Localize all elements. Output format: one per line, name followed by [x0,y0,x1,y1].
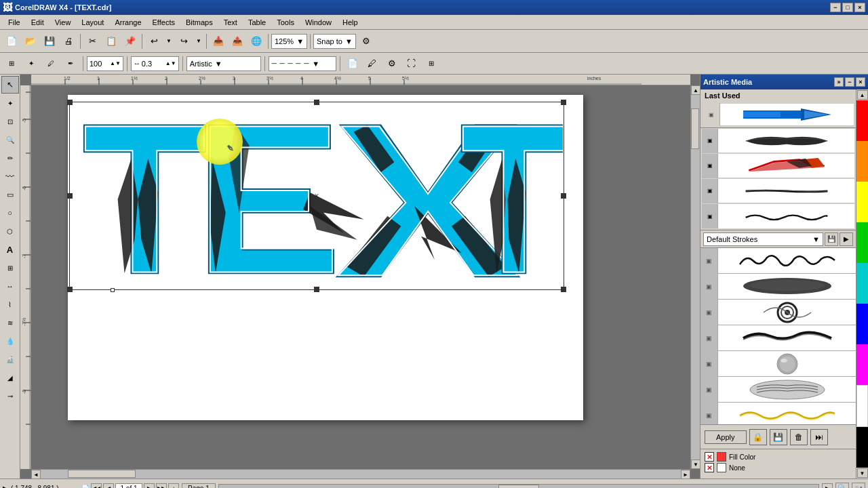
menu-edit[interactable]: Edit [26,15,50,29]
hscroll-track[interactable] [41,470,681,479]
redo-button[interactable]: ↪ [175,33,193,50]
menu-window[interactable]: Window [300,15,337,29]
menu-help[interactable]: Help [337,15,363,29]
subselect-button[interactable]: ✦ [22,55,40,73]
table-tool[interactable]: ⊞ [1,259,19,277]
vscroll-thumb[interactable] [691,108,699,149]
full-screen-btn[interactable]: ⛶ [403,55,420,73]
artistic-media-tool[interactable]: 〰 [1,167,19,185]
vscroll-track[interactable] [691,95,700,460]
status-arrow[interactable]: ▶ [3,485,8,488]
next-page-btn[interactable]: ▶ [144,483,155,489]
polygon-tool[interactable]: ⬡ [1,222,19,240]
brush-row-7[interactable]: ▣ [701,403,856,424]
brush-item-thin[interactable]: ▣ [702,179,854,203]
select-all-button[interactable]: ⊞ [3,55,20,73]
menu-text[interactable]: Text [218,15,243,29]
options-btn[interactable]: 📷 [852,483,865,489]
prev-page-btn[interactable]: ◀ [103,483,114,489]
hscroll-thumb[interactable] [68,470,136,478]
brush-item-red[interactable]: ▣ [702,154,854,178]
menu-table[interactable]: Table [243,15,271,29]
width-spin[interactable]: ▲▼ [165,60,176,66]
rectangle-tool[interactable]: ▭ [1,186,19,203]
new-button[interactable]: 📄 [3,33,20,50]
copy-button[interactable]: 📋 [102,33,120,50]
brush-row-2[interactable]: ▣ [701,274,856,300]
menu-arrange[interactable]: Arrange [109,15,146,29]
maximize-button[interactable]: □ [842,3,853,12]
hscroll-right[interactable]: ► [681,470,690,479]
lock-btn[interactable]: 🔒 [749,429,767,445]
color-white[interactable] [856,385,868,427]
zoom-dropdown[interactable]: 125% ▼ [271,34,307,49]
menu-effects[interactable]: Effects [147,15,180,29]
save-stroke-btn[interactable]: 💾 [825,232,838,246]
style-dropdown[interactable]: Artistic ▼ [186,56,261,71]
print-button[interactable]: 🖨 [60,33,77,50]
options-button[interactable]: ⚙ [357,33,375,50]
more-btn[interactable]: ▶ [840,232,853,246]
hscroll-left[interactable]: ◄ [31,470,41,479]
panel-expand-btn[interactable]: » [834,77,844,87]
stroke-category-dropdown[interactable]: Default Strokes ▼ [703,232,823,246]
menu-file[interactable]: File [3,15,26,29]
color-black[interactable] [856,427,868,468]
panel-min-btn[interactable]: − [845,77,854,87]
snap-to-dropdown[interactable]: Snap to ▼ [313,34,356,49]
apply-button[interactable]: Apply [705,430,747,444]
export-button[interactable]: 📤 [229,33,246,50]
interactive-fill-tool[interactable]: ⊸ [1,387,19,405]
color-strip-scroll-down[interactable]: ▼ [857,468,868,478]
color-orange[interactable] [856,141,868,182]
crop-tool[interactable]: ⊡ [1,113,19,130]
panel-close-btn[interactable]: × [856,77,865,87]
connector-tool[interactable]: ⌇ [1,296,19,313]
size-spin[interactable]: ▲▼ [110,60,121,66]
publish-button[interactable]: 🌐 [248,33,265,50]
stroke-btn3[interactable]: ⚙ [383,55,401,73]
open-button[interactable]: 📂 [22,33,39,50]
close-button[interactable]: × [854,3,865,12]
redo-dropdown[interactable]: ▼ [194,33,203,50]
page-tab[interactable]: Page 1 [182,483,216,488]
vertical-scrollbar[interactable]: ▲ ▼ [690,85,700,469]
last-page-btn[interactable]: ▶▶ [156,483,167,489]
width-input[interactable] [142,60,165,68]
brush-row-4[interactable]: ▣ [701,325,856,351]
fill-tool[interactable]: 💧 [1,332,19,350]
status-end-btn[interactable]: ▶ [822,483,833,489]
menu-view[interactable]: View [50,15,77,29]
pen-btn[interactable]: ✒ [62,55,79,73]
select-tool[interactable]: ↖ [1,76,19,94]
zoom-btn[interactable]: 🔍 [835,483,849,489]
brush-row-3[interactable]: ▣ [701,300,856,325]
stroke-btn1[interactable]: 📄 [344,55,361,73]
color-blue[interactable] [856,304,868,344]
paste-button[interactable]: 📌 [121,33,139,50]
color-red[interactable] [856,100,868,141]
dimension-tool[interactable]: ↔ [1,277,19,295]
brush-item-feather[interactable]: ▣ [702,129,854,153]
zoom-tool[interactable]: 🔍 [1,131,19,148]
menu-layout[interactable]: Layout [76,15,109,29]
color-yellow[interactable] [856,182,868,222]
menu-tools[interactable]: Tools [271,15,300,29]
horizontal-scrollbar[interactable]: ◄ ► [31,469,690,479]
undo-button[interactable]: ↩ [145,33,163,50]
ellipse-tool[interactable]: ○ [1,204,19,222]
vscroll-down[interactable]: ▼ [691,460,700,469]
eyedropper-tool[interactable]: 🔬 [1,350,19,368]
hscroll-canvas[interactable] [218,484,819,489]
menu-bitmaps[interactable]: Bitmaps [180,15,218,29]
import-button[interactable]: 📥 [210,33,227,50]
color-green[interactable] [856,222,868,263]
first-page-btn[interactable]: ◀◀ [91,483,102,489]
brush-row-5[interactable]: ▣ [701,351,856,377]
undo-dropdown[interactable]: ▼ [164,33,174,50]
brush-row-6[interactable]: ▣ [701,377,856,403]
last-used-item[interactable]: ▣ [702,103,854,126]
blend-tool[interactable]: ≋ [1,314,19,331]
grid-btn[interactable]: ⊞ [422,55,440,73]
hscroll-canvas-thumb[interactable] [498,485,539,489]
